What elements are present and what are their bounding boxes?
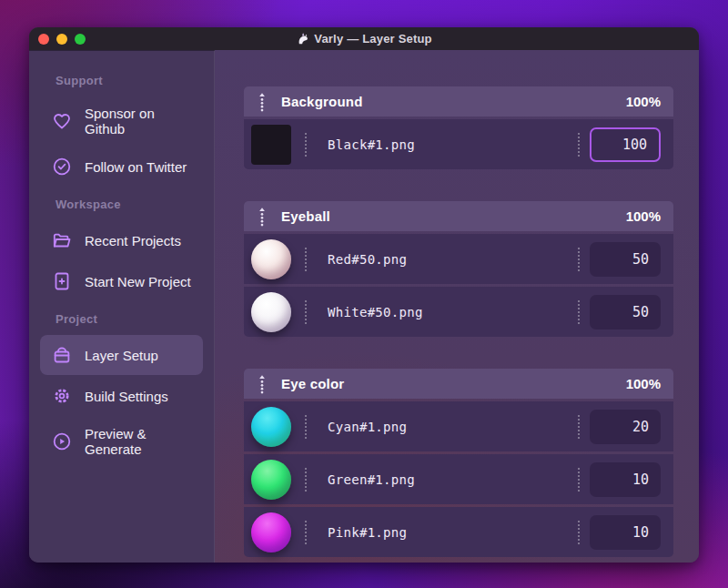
layer-filename: Black#1.png <box>328 137 415 152</box>
sidebar-section-support: Support Sponsor on Github Follow on Twit… <box>40 74 203 187</box>
divider <box>578 133 580 157</box>
document-plus-icon <box>51 270 73 292</box>
layer-row-cyan[interactable]: Cyan#1.png <box>244 401 673 451</box>
group-weight: 100% <box>626 208 661 224</box>
sidebar-item-label: Layer Setup <box>85 348 158 363</box>
traffic-lights <box>38 34 86 45</box>
layer-filename: Green#1.png <box>328 472 415 487</box>
layer-weight-input[interactable] <box>590 515 661 550</box>
sidebar-item-preview-generate[interactable]: Preview & Generate <box>40 417 203 466</box>
layer-filename: Cyan#1.png <box>328 420 407 434</box>
play-circle-icon <box>51 431 73 452</box>
layer-group-eyeball: Eyeball 100% Red#50.png White#50.png <box>244 201 673 337</box>
layer-thumbnail <box>251 460 291 500</box>
layer-thumbnail <box>251 239 291 279</box>
layer-weight-input[interactable] <box>590 462 661 497</box>
badge-check-icon <box>51 156 73 177</box>
layer-row-green[interactable]: Green#1.png <box>244 454 673 504</box>
sidebar: Support Sponsor on Github Follow on Twit… <box>29 50 215 563</box>
sidebar-section-workspace: Workspace Recent Projects Start New Proj… <box>40 198 203 301</box>
group-weight: 100% <box>626 376 661 391</box>
group-title: Eyeball <box>281 208 330 224</box>
layer-row-white[interactable]: White#50.png <box>244 287 673 337</box>
layer-weight-input[interactable] <box>590 127 661 162</box>
section-label: Project <box>56 312 198 326</box>
layer-row-red[interactable]: Red#50.png <box>244 234 673 284</box>
layer-weight-input[interactable] <box>590 295 661 329</box>
section-label: Support <box>56 74 198 87</box>
sidebar-item-label: Sponsor on Github <box>85 106 192 137</box>
group-title: Eye color <box>281 376 344 391</box>
layer-weight-input[interactable] <box>590 410 661 444</box>
sidebar-item-recent-projects[interactable]: Recent Projects <box>40 220 203 260</box>
archive-box-icon <box>51 344 73 366</box>
divider <box>578 521 580 544</box>
drag-handle-icon[interactable] <box>257 207 268 227</box>
layer-row-pink[interactable]: Pink#1.png <box>244 507 673 557</box>
group-header: Eyeball 100% <box>244 201 673 231</box>
zoom-button[interactable] <box>75 34 86 45</box>
layer-filename: Pink#1.png <box>328 525 407 540</box>
divider <box>578 248 580 271</box>
close-button[interactable] <box>38 34 49 45</box>
gear-icon <box>51 385 73 407</box>
sidebar-item-sponsor-on-github[interactable]: Sponsor on Github <box>40 96 203 146</box>
section-label: Workspace <box>56 198 198 211</box>
divider <box>305 133 307 157</box>
layer-thumbnail <box>251 407 291 447</box>
minimize-button[interactable] <box>56 34 67 45</box>
layer-thumbnail <box>251 125 291 165</box>
sidebar-item-label: Follow on Twitter <box>85 159 187 175</box>
divider <box>305 248 307 271</box>
divider <box>305 300 307 324</box>
layer-thumbnail <box>251 512 291 553</box>
divider <box>305 468 307 492</box>
sidebar-item-follow-on-twitter[interactable]: Follow on Twitter <box>40 147 203 187</box>
divider <box>305 521 307 544</box>
group-weight: 100% <box>626 94 661 109</box>
group-title: Background <box>281 94 363 109</box>
folder-open-icon <box>51 229 73 251</box>
divider <box>578 415 580 439</box>
layer-weight-input[interactable] <box>590 242 661 277</box>
heart-icon <box>51 110 73 132</box>
sidebar-section-project: Project Layer Setup Build Settings Previ… <box>40 312 203 466</box>
sidebar-item-label: Recent Projects <box>85 233 181 248</box>
layer-row-black[interactable]: Black#1.png <box>244 119 673 169</box>
sidebar-item-build-settings[interactable]: Build Settings <box>40 376 203 416</box>
sidebar-item-label: Preview & Generate <box>85 426 192 457</box>
layer-filename: Red#50.png <box>328 252 407 267</box>
sidebar-item-label: Build Settings <box>85 389 168 404</box>
divider <box>305 415 307 439</box>
layer-filename: White#50.png <box>328 305 423 319</box>
sidebar-item-start-new-project[interactable]: Start New Project <box>40 261 203 301</box>
group-header: Background 100% <box>244 86 673 117</box>
drag-handle-icon[interactable] <box>257 92 268 112</box>
app-window: Varly — Layer Setup Support Sponsor on G… <box>29 27 699 563</box>
layer-group-eye-color: Eye color 100% Cyan#1.png Green#1.png <box>244 369 673 557</box>
layer-group-background: Background 100% Black#1.png <box>244 86 673 169</box>
divider <box>578 468 580 492</box>
layer-setup-panel: Background 100% Black#1.png Eyeball <box>215 50 699 563</box>
layer-thumbnail <box>251 292 291 332</box>
divider <box>578 300 580 324</box>
sidebar-item-label: Start New Project <box>85 274 191 289</box>
group-header: Eye color 100% <box>244 369 673 399</box>
sidebar-item-layer-setup[interactable]: Layer Setup <box>40 335 203 375</box>
unicorn-app-icon <box>296 32 309 46</box>
drag-handle-icon[interactable] <box>257 374 268 394</box>
titlebar: Varly — Layer Setup <box>29 27 699 50</box>
window-title: Varly — Layer Setup <box>314 32 432 46</box>
